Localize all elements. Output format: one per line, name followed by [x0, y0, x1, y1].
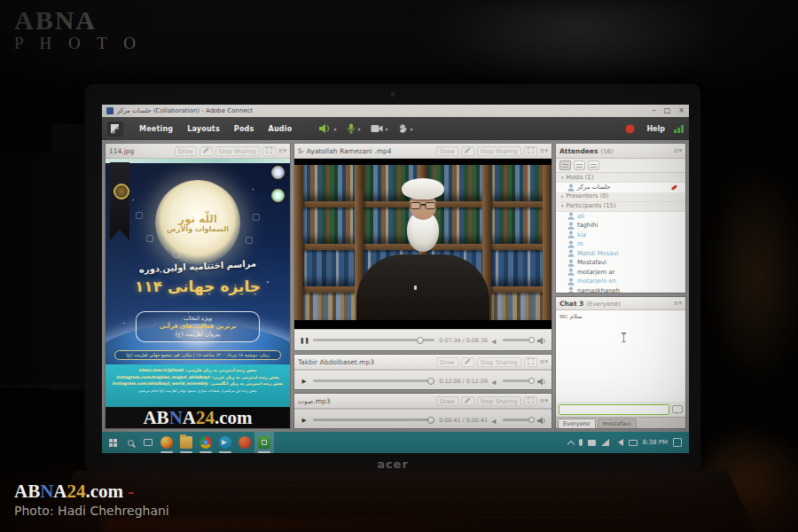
seek-knob[interactable] — [427, 417, 434, 424]
volume-icon-small[interactable] — [492, 372, 498, 389]
chat-tab-mostafavi[interactable]: mostafavi — [598, 419, 637, 428]
attendee-row[interactable]: Mostafavi — [556, 258, 685, 268]
volume-icon-large[interactable] — [537, 372, 546, 389]
attendee-group-header[interactable]: ▾Hosts (1) — [556, 173, 685, 183]
attendee-row[interactable]: motarjem ar — [556, 268, 685, 278]
volume-icon-small[interactable] — [492, 332, 498, 348]
breakout-view-icon[interactable] — [574, 160, 585, 170]
file-explorer-icon[interactable] — [176, 432, 196, 453]
attendee-row[interactable]: جلسات مرکز — [556, 183, 685, 192]
stop-sharing-button[interactable]: Stop Sharing — [477, 396, 521, 406]
play-button[interactable]: ▶ — [300, 417, 309, 424]
menu-pods[interactable]: Pods — [234, 125, 254, 133]
attendee-row[interactable]: namazkhaneh — [556, 286, 685, 293]
attendee-row[interactable]: m — [556, 239, 685, 249]
app-orange-icon[interactable] — [235, 432, 254, 453]
volume-icon-large[interactable] — [537, 411, 546, 428]
connection-signal-icon[interactable] — [674, 125, 684, 133]
menu-bar: Meeting Layouts Pods Audio ▾ ▾ ▾ — [102, 117, 689, 140]
stop-sharing-button[interactable]: Stop Sharing — [477, 146, 521, 156]
volume-icon-small[interactable] — [492, 411, 498, 428]
firefox-icon[interactable] — [157, 432, 176, 453]
video-seek-slider[interactable] — [313, 339, 434, 341]
pod-header: S- Ayatollah Ramezani .mp4 Draw Stop Sha… — [294, 144, 552, 159]
attendee-group-header[interactable]: ▸Presenters (0) — [556, 192, 685, 202]
pod-menu-icon[interactable]: ≡▾ — [540, 147, 548, 154]
microphone-icon[interactable]: ▾ — [347, 123, 360, 134]
maximize-button[interactable]: □ — [664, 107, 671, 114]
pause-button[interactable]: ❚❚ — [300, 337, 309, 344]
seek-knob[interactable] — [427, 378, 434, 385]
tray-folder-icon[interactable] — [588, 440, 596, 446]
video-frame[interactable] — [294, 159, 552, 329]
pod-menu-icon[interactable]: ≡▾ — [674, 147, 682, 154]
attendee-status-view-icon[interactable] — [588, 160, 599, 170]
pod-menu-icon[interactable]: ≡▾ — [674, 300, 682, 307]
menu-audio[interactable]: Audio — [269, 125, 293, 133]
attendee-row[interactable]: ali — [556, 212, 685, 222]
pencil-icon[interactable] — [461, 357, 474, 367]
pencil-icon[interactable] — [461, 396, 474, 406]
audio-seek-slider[interactable] — [313, 379, 434, 382]
draw-button[interactable]: Draw — [436, 146, 458, 156]
draw-button[interactable]: Draw — [436, 357, 458, 367]
tray-chevron-icon[interactable] — [567, 440, 575, 447]
telegram-icon[interactable] — [215, 432, 235, 453]
attendee-list-view-icon[interactable] — [559, 160, 571, 170]
chat-tab-Everyone[interactable]: Everyone — [558, 419, 596, 428]
attendee-group-header[interactable]: ▾Participants (15) — [556, 202, 685, 212]
webcam-icon[interactable]: ▾ — [371, 124, 387, 133]
pod-menu-icon[interactable]: ≡▾ — [278, 147, 286, 154]
pod-menu-icon[interactable]: ≡▾ — [540, 358, 548, 365]
menu-meeting[interactable]: Meeting — [139, 125, 173, 133]
volume-slider[interactable] — [503, 339, 533, 341]
attendee-row[interactable]: faghihi — [556, 221, 685, 231]
search-icon[interactable] — [121, 432, 139, 453]
chat-messages[interactable]: m:سلام — [556, 310, 685, 402]
menu-layouts[interactable]: Layouts — [187, 125, 220, 133]
cleric-figure — [348, 178, 498, 320]
speaker-icon[interactable]: ▾ — [318, 123, 336, 134]
stop-sharing-button[interactable]: Stop Sharing — [215, 146, 260, 156]
pod-title: S- Ayatollah Ramezani .mp4 — [298, 147, 391, 155]
attendee-row[interactable]: motarjem en — [556, 277, 685, 286]
raise-hand-icon[interactable]: ▾ — [398, 123, 412, 134]
help-menu[interactable]: Help — [646, 125, 665, 133]
action-center-icon[interactable] — [673, 438, 682, 447]
tray-keyboard-icon[interactable] — [629, 440, 638, 446]
volume-slider[interactable] — [503, 419, 533, 421]
tray-network-icon[interactable] — [601, 439, 609, 446]
stop-sharing-button[interactable]: Stop Sharing — [477, 357, 521, 367]
poster-links: پخش زنده اینترنتی به زبان فارسی: elaas.m… — [106, 367, 290, 387]
close-button[interactable]: × — [678, 107, 685, 114]
start-button[interactable] — [104, 432, 121, 453]
attendee-row[interactable]: Mahdi Mosavi — [556, 249, 685, 259]
minimize-button[interactable]: – — [653, 107, 656, 114]
pencil-icon[interactable] — [200, 146, 213, 156]
draw-button[interactable]: Draw — [436, 396, 458, 406]
audio-seek-slider[interactable] — [313, 419, 434, 421]
chrome-icon[interactable] — [196, 432, 215, 453]
volume-slider[interactable] — [503, 379, 533, 382]
adobe-connect-taskbar-icon[interactable] — [254, 432, 274, 453]
play-button[interactable]: ▶ — [300, 378, 309, 385]
tray-mic-icon[interactable] — [579, 439, 583, 446]
send-chat-icon[interactable] — [672, 405, 683, 413]
chat-input[interactable] — [559, 404, 669, 415]
seek-knob[interactable] — [417, 337, 424, 344]
task-view-icon[interactable] — [139, 432, 157, 453]
attendee-row[interactable]: kia — [556, 231, 685, 240]
pencil-icon[interactable] — [461, 146, 474, 156]
attendees-scrollbar[interactable] — [681, 293, 685, 293]
fullscreen-icon[interactable] — [524, 357, 537, 367]
draw-button[interactable]: Draw — [175, 146, 197, 156]
chat-tabs: Everyonemostafavi — [556, 417, 685, 428]
pod-menu-icon[interactable]: ≡▾ — [540, 397, 548, 404]
fullscreen-icon[interactable] — [524, 146, 537, 156]
tray-volume-icon[interactable] — [614, 439, 623, 446]
fullscreen-icon[interactable] — [524, 396, 537, 406]
fullscreen-icon[interactable] — [262, 146, 276, 156]
volume-icon-large[interactable] — [537, 332, 546, 348]
person-icon — [567, 222, 575, 230]
taskbar-clock[interactable]: 6:38 PM — [643, 439, 668, 446]
